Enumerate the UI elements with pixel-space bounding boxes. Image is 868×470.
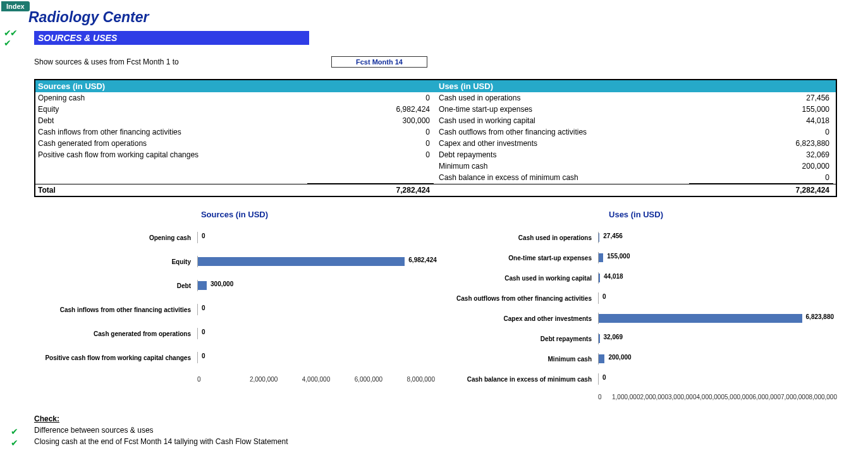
chart-bar-value: 0 xyxy=(202,328,205,335)
table-row: Cash outflows from other financing activ… xyxy=(436,126,836,138)
check-heading: Check: xyxy=(34,414,868,423)
chart-bar-fill xyxy=(198,281,207,290)
chart-bar-area: 0 xyxy=(197,328,435,339)
check-marks: ✔ ✔ xyxy=(11,426,18,449)
cell-value: 0 xyxy=(360,93,436,102)
table-row: Capex and other investments6,823,880 xyxy=(436,138,836,149)
axis-tick: 6,000,000 xyxy=(355,376,407,383)
checkmark-icon: ✔✔ xyxy=(4,28,16,38)
axis-tick: 0 xyxy=(197,376,250,383)
chart-bar-label: Capex and other investments xyxy=(435,315,598,322)
cell-label: Opening cash xyxy=(35,93,360,102)
chart-bar-label: Opening cash xyxy=(34,234,197,241)
cell-value: 0 xyxy=(360,139,436,148)
axis-tick: 4,000,000 xyxy=(302,376,355,383)
chart-bar-value: 155,000 xyxy=(607,253,630,260)
chart-bar-fill xyxy=(599,334,600,343)
chart-bar-value: 0 xyxy=(202,232,205,239)
check-section: ✔ ✔ Check: Difference between sources & … xyxy=(34,414,868,449)
cell-label: Cash used in working capital xyxy=(436,116,760,125)
cell-value: 300,000 xyxy=(360,116,436,125)
fcst-month-dropdown[interactable]: Fcst Month 14 xyxy=(331,56,427,68)
chart-bar-fill xyxy=(599,274,600,282)
total-row: Total7,282,424 7,282,424 xyxy=(35,184,836,196)
chart-bar-label: Cash inflows from other financing activi… xyxy=(34,306,197,313)
chart-bar-row: One-time start-up expenses155,000 xyxy=(435,252,837,263)
table-row: Equity6,982,424 xyxy=(35,104,436,115)
cell-value: 0 xyxy=(760,173,836,182)
checkmark-icon: ✔ xyxy=(4,38,16,48)
cell-label: Cash used in operations xyxy=(436,93,760,102)
axis-tick: 0 xyxy=(598,394,612,401)
cell-value: 0 xyxy=(760,128,836,136)
axis-tick: 8,000,000 xyxy=(809,394,838,401)
index-button[interactable]: Index xyxy=(1,1,30,11)
chart-bar-area: 300,000 xyxy=(197,280,435,291)
sources-uses-table: Sources (in USD) Uses (in USD) Opening c… xyxy=(34,79,837,197)
chart-bar-label: Minimum cash xyxy=(435,356,598,363)
chart-bar-label: Cash used in operations xyxy=(435,234,598,241)
cell-value: 0 xyxy=(360,128,436,136)
total-label: Total xyxy=(35,186,360,195)
axis-tick: 5,000,000 xyxy=(724,394,753,401)
cell-label: Debt repayments xyxy=(436,150,760,159)
axis-tick: 7,000,000 xyxy=(781,394,809,401)
chart-bar-label: One-time start-up expenses xyxy=(435,255,598,262)
chart-bar-value: 44,018 xyxy=(604,273,623,280)
chart-bar-label: Cash outflows from other financing activ… xyxy=(435,295,598,302)
chart-bar-value: 6,982,424 xyxy=(408,256,437,263)
chart-bar-row: Equity6,982,424 xyxy=(34,256,435,267)
chart-bar-label: Equity xyxy=(34,258,197,265)
axis-tick: 6,000,000 xyxy=(753,394,781,401)
axis-tick: 4,000,000 xyxy=(697,394,725,401)
axis-tick: 2,000,000 xyxy=(640,394,669,401)
chart-bar-value: 200,000 xyxy=(608,354,631,361)
chart-bar-row: Cash outflows from other financing activ… xyxy=(435,292,837,304)
header-checkmarks: ✔✔ ✔ xyxy=(4,28,16,48)
table-row: Positive cash flow from working capital … xyxy=(35,149,436,160)
chart-bar-fill xyxy=(599,253,603,262)
axis-tick: 2,000,000 xyxy=(250,376,302,383)
checkmark-icon: ✔ xyxy=(11,437,18,449)
chart-bar-label: Debt xyxy=(34,282,197,289)
chart-bar-row: Opening cash0 xyxy=(34,232,435,243)
show-from-label: Show sources & uses from Fcst Month 1 to xyxy=(34,57,331,66)
chart-bar-row: Minimum cash200,000 xyxy=(435,353,837,365)
rule xyxy=(689,183,833,184)
chart-title: Sources (in USD) xyxy=(34,210,435,219)
sources-column: Opening cash0 Equity6,982,424 Debt300,00… xyxy=(35,92,436,184)
chart-title: Uses (in USD) xyxy=(435,210,837,219)
chart-bar-area: 0 xyxy=(598,373,837,385)
chart-bar-value: 0 xyxy=(202,304,205,311)
chart-bar-value: 0 xyxy=(602,374,606,381)
uses-chart: Uses (in USD) Cash used in operations27,… xyxy=(435,210,837,401)
charts-row: Sources (in USD) Opening cash0Equity6,98… xyxy=(34,210,837,401)
uses-column: Cash used in operations27,456 One-time s… xyxy=(436,92,836,184)
axis-tick: 8,000,000 xyxy=(407,376,436,383)
table-row: One-time start-up expenses155,000 xyxy=(436,104,836,115)
chart-bar-row: Cash balance in excess of minimum cash0 xyxy=(435,373,837,385)
rule xyxy=(307,183,434,184)
cell-label: Positive cash flow from working capital … xyxy=(35,150,360,159)
chart-bar-row: Cash used in working capital44,018 xyxy=(435,272,837,284)
chart-bar-row: Cash used in operations27,456 xyxy=(435,232,837,243)
chart-bar-area: 6,823,880 xyxy=(598,313,837,324)
chart-bar-row: Debt repayments32,069 xyxy=(435,333,837,344)
table-row: Debt repayments32,069 xyxy=(436,149,836,160)
chart-bar-label: Debt repayments xyxy=(435,335,598,342)
total-sources: 7,282,424 xyxy=(360,186,436,195)
chart-bar-fill xyxy=(599,314,802,323)
checkmark-icon: ✔ xyxy=(11,426,18,437)
axis-tick: 3,000,000 xyxy=(668,394,697,401)
chart-bar-area: 6,982,424 xyxy=(197,256,435,267)
table-row: Cash inflows from other financing activi… xyxy=(35,126,436,138)
chart-bar-row: Capex and other investments6,823,880 xyxy=(435,313,837,324)
cell-value: 6,982,424 xyxy=(360,105,436,114)
chart-bar-area: 0 xyxy=(598,292,837,304)
cell-value: 6,823,880 xyxy=(760,139,836,148)
table-row: Cash balance in excess of minimum cash0 xyxy=(436,172,836,183)
chart-bar-fill xyxy=(198,257,405,266)
table-header: Sources (in USD) Uses (in USD) xyxy=(35,80,836,92)
chart-bar-label: Cash generated from operations xyxy=(34,330,197,337)
cell-label: Cash generated from operations xyxy=(35,139,360,148)
